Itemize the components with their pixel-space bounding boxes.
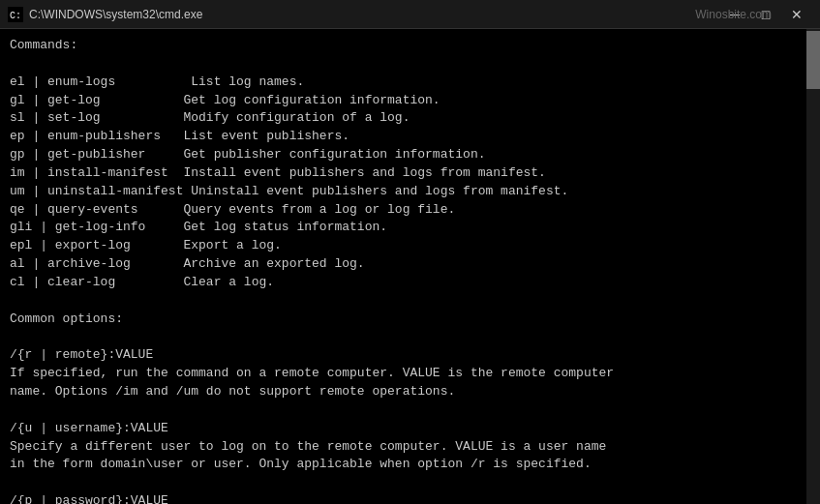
terminal-output: Commands: el | enum-logs List log names.…	[0, 29, 820, 504]
title-left: C: C:\WINDOWS\system32\cmd.exe	[8, 7, 202, 22]
close-button[interactable]: ✕	[781, 0, 812, 29]
cmd-icon: C:	[8, 7, 23, 22]
svg-text:C:: C:	[10, 11, 21, 21]
watermark: Winosbite.com	[695, 8, 772, 21]
window: C: C:\WINDOWS\system32\cmd.exe Winosbite…	[0, 0, 820, 504]
window-title: C:\WINDOWS\system32\cmd.exe	[29, 8, 202, 21]
title-bar: C: C:\WINDOWS\system32\cmd.exe Winosbite…	[0, 0, 820, 29]
scrollbar[interactable]	[806, 29, 820, 504]
scrollbar-thumb[interactable]	[806, 31, 820, 89]
terminal-text: Commands: el | enum-logs List log names.…	[10, 37, 810, 504]
